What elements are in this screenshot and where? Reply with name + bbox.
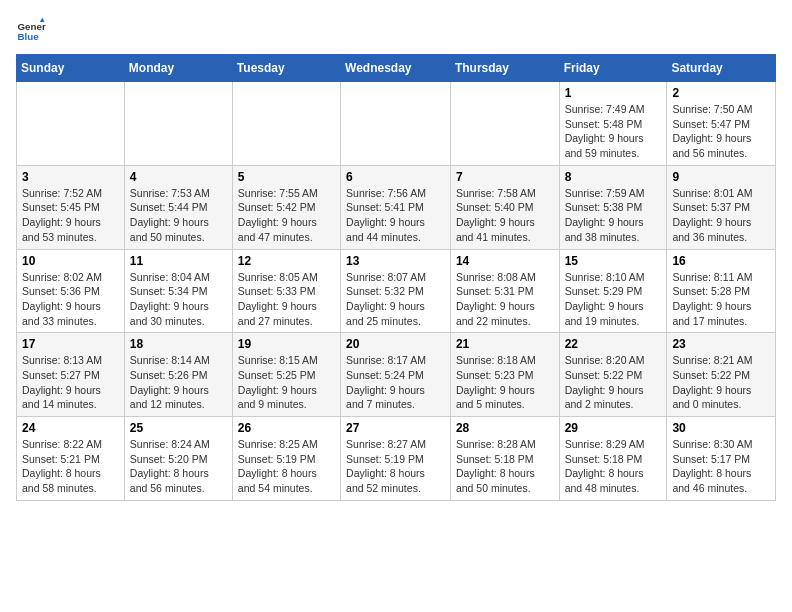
day-number: 9 [672, 170, 770, 184]
calendar-cell: 9Sunrise: 8:01 AMSunset: 5:37 PMDaylight… [667, 165, 776, 249]
calendar-cell: 28Sunrise: 8:28 AMSunset: 5:18 PMDayligh… [450, 417, 559, 501]
day-info: Sunrise: 8:13 AMSunset: 5:27 PMDaylight:… [22, 353, 119, 412]
calendar-table: SundayMondayTuesdayWednesdayThursdayFrid… [16, 54, 776, 501]
calendar-cell: 22Sunrise: 8:20 AMSunset: 5:22 PMDayligh… [559, 333, 667, 417]
calendar-cell: 23Sunrise: 8:21 AMSunset: 5:22 PMDayligh… [667, 333, 776, 417]
calendar-week-row: 17Sunrise: 8:13 AMSunset: 5:27 PMDayligh… [17, 333, 776, 417]
day-info: Sunrise: 7:59 AMSunset: 5:38 PMDaylight:… [565, 186, 662, 245]
day-info: Sunrise: 8:22 AMSunset: 5:21 PMDaylight:… [22, 437, 119, 496]
day-number: 22 [565, 337, 662, 351]
weekday-header: Wednesday [341, 55, 451, 82]
weekday-header: Tuesday [232, 55, 340, 82]
weekday-header: Friday [559, 55, 667, 82]
day-number: 18 [130, 337, 227, 351]
weekday-header: Saturday [667, 55, 776, 82]
calendar-cell: 14Sunrise: 8:08 AMSunset: 5:31 PMDayligh… [450, 249, 559, 333]
calendar-cell: 11Sunrise: 8:04 AMSunset: 5:34 PMDayligh… [124, 249, 232, 333]
calendar-cell: 27Sunrise: 8:27 AMSunset: 5:19 PMDayligh… [341, 417, 451, 501]
day-info: Sunrise: 8:08 AMSunset: 5:31 PMDaylight:… [456, 270, 554, 329]
day-number: 16 [672, 254, 770, 268]
day-number: 2 [672, 86, 770, 100]
day-info: Sunrise: 7:55 AMSunset: 5:42 PMDaylight:… [238, 186, 335, 245]
day-number: 28 [456, 421, 554, 435]
day-info: Sunrise: 7:52 AMSunset: 5:45 PMDaylight:… [22, 186, 119, 245]
day-number: 7 [456, 170, 554, 184]
calendar-cell: 29Sunrise: 8:29 AMSunset: 5:18 PMDayligh… [559, 417, 667, 501]
weekday-header: Thursday [450, 55, 559, 82]
calendar-cell [232, 82, 340, 166]
calendar-cell: 8Sunrise: 7:59 AMSunset: 5:38 PMDaylight… [559, 165, 667, 249]
day-info: Sunrise: 8:17 AMSunset: 5:24 PMDaylight:… [346, 353, 445, 412]
day-number: 8 [565, 170, 662, 184]
calendar-cell: 18Sunrise: 8:14 AMSunset: 5:26 PMDayligh… [124, 333, 232, 417]
calendar-cell [124, 82, 232, 166]
day-info: Sunrise: 8:05 AMSunset: 5:33 PMDaylight:… [238, 270, 335, 329]
calendar-cell: 5Sunrise: 7:55 AMSunset: 5:42 PMDaylight… [232, 165, 340, 249]
day-info: Sunrise: 8:21 AMSunset: 5:22 PMDaylight:… [672, 353, 770, 412]
day-number: 30 [672, 421, 770, 435]
day-info: Sunrise: 8:28 AMSunset: 5:18 PMDaylight:… [456, 437, 554, 496]
day-number: 1 [565, 86, 662, 100]
day-number: 20 [346, 337, 445, 351]
day-info: Sunrise: 7:53 AMSunset: 5:44 PMDaylight:… [130, 186, 227, 245]
day-info: Sunrise: 8:01 AMSunset: 5:37 PMDaylight:… [672, 186, 770, 245]
svg-text:Blue: Blue [18, 31, 40, 42]
calendar-cell: 6Sunrise: 7:56 AMSunset: 5:41 PMDaylight… [341, 165, 451, 249]
day-info: Sunrise: 8:20 AMSunset: 5:22 PMDaylight:… [565, 353, 662, 412]
calendar-cell: 30Sunrise: 8:30 AMSunset: 5:17 PMDayligh… [667, 417, 776, 501]
calendar-week-row: 1Sunrise: 7:49 AMSunset: 5:48 PMDaylight… [17, 82, 776, 166]
day-number: 4 [130, 170, 227, 184]
day-info: Sunrise: 7:49 AMSunset: 5:48 PMDaylight:… [565, 102, 662, 161]
calendar-cell: 17Sunrise: 8:13 AMSunset: 5:27 PMDayligh… [17, 333, 125, 417]
day-info: Sunrise: 7:56 AMSunset: 5:41 PMDaylight:… [346, 186, 445, 245]
calendar-cell: 25Sunrise: 8:24 AMSunset: 5:20 PMDayligh… [124, 417, 232, 501]
calendar-week-row: 10Sunrise: 8:02 AMSunset: 5:36 PMDayligh… [17, 249, 776, 333]
calendar-cell: 10Sunrise: 8:02 AMSunset: 5:36 PMDayligh… [17, 249, 125, 333]
calendar-week-row: 24Sunrise: 8:22 AMSunset: 5:21 PMDayligh… [17, 417, 776, 501]
day-info: Sunrise: 8:11 AMSunset: 5:28 PMDaylight:… [672, 270, 770, 329]
calendar-cell: 13Sunrise: 8:07 AMSunset: 5:32 PMDayligh… [341, 249, 451, 333]
calendar-cell [341, 82, 451, 166]
day-number: 19 [238, 337, 335, 351]
day-number: 23 [672, 337, 770, 351]
day-info: Sunrise: 8:18 AMSunset: 5:23 PMDaylight:… [456, 353, 554, 412]
day-number: 3 [22, 170, 119, 184]
day-number: 27 [346, 421, 445, 435]
day-number: 14 [456, 254, 554, 268]
calendar-cell: 3Sunrise: 7:52 AMSunset: 5:45 PMDaylight… [17, 165, 125, 249]
day-number: 15 [565, 254, 662, 268]
calendar-cell: 15Sunrise: 8:10 AMSunset: 5:29 PMDayligh… [559, 249, 667, 333]
day-number: 12 [238, 254, 335, 268]
day-info: Sunrise: 8:29 AMSunset: 5:18 PMDaylight:… [565, 437, 662, 496]
day-number: 17 [22, 337, 119, 351]
calendar-cell: 20Sunrise: 8:17 AMSunset: 5:24 PMDayligh… [341, 333, 451, 417]
calendar-cell: 12Sunrise: 8:05 AMSunset: 5:33 PMDayligh… [232, 249, 340, 333]
day-number: 5 [238, 170, 335, 184]
calendar-cell: 2Sunrise: 7:50 AMSunset: 5:47 PMDaylight… [667, 82, 776, 166]
calendar-cell [450, 82, 559, 166]
calendar-week-row: 3Sunrise: 7:52 AMSunset: 5:45 PMDaylight… [17, 165, 776, 249]
calendar-cell: 21Sunrise: 8:18 AMSunset: 5:23 PMDayligh… [450, 333, 559, 417]
calendar-cell: 7Sunrise: 7:58 AMSunset: 5:40 PMDaylight… [450, 165, 559, 249]
day-number: 24 [22, 421, 119, 435]
day-number: 13 [346, 254, 445, 268]
calendar-cell: 16Sunrise: 8:11 AMSunset: 5:28 PMDayligh… [667, 249, 776, 333]
svg-text:General: General [18, 21, 47, 32]
weekday-header: Monday [124, 55, 232, 82]
page-header: General Blue [16, 16, 776, 46]
day-number: 10 [22, 254, 119, 268]
day-number: 11 [130, 254, 227, 268]
calendar-cell: 4Sunrise: 7:53 AMSunset: 5:44 PMDaylight… [124, 165, 232, 249]
day-info: Sunrise: 8:07 AMSunset: 5:32 PMDaylight:… [346, 270, 445, 329]
weekday-header: Sunday [17, 55, 125, 82]
day-info: Sunrise: 8:14 AMSunset: 5:26 PMDaylight:… [130, 353, 227, 412]
calendar-cell: 1Sunrise: 7:49 AMSunset: 5:48 PMDaylight… [559, 82, 667, 166]
day-info: Sunrise: 7:58 AMSunset: 5:40 PMDaylight:… [456, 186, 554, 245]
day-info: Sunrise: 8:02 AMSunset: 5:36 PMDaylight:… [22, 270, 119, 329]
day-info: Sunrise: 8:27 AMSunset: 5:19 PMDaylight:… [346, 437, 445, 496]
calendar-cell: 26Sunrise: 8:25 AMSunset: 5:19 PMDayligh… [232, 417, 340, 501]
day-info: Sunrise: 8:30 AMSunset: 5:17 PMDaylight:… [672, 437, 770, 496]
day-info: Sunrise: 8:10 AMSunset: 5:29 PMDaylight:… [565, 270, 662, 329]
day-number: 25 [130, 421, 227, 435]
calendar-cell: 24Sunrise: 8:22 AMSunset: 5:21 PMDayligh… [17, 417, 125, 501]
